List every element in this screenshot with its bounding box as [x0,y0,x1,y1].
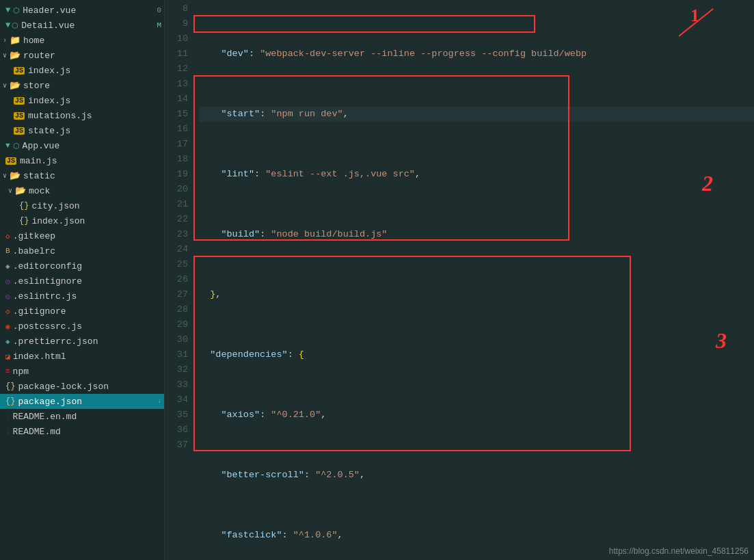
line-number: 31 [165,347,188,362]
sidebar-item-city-json[interactable]: {} city.json [0,198,164,213]
line-number: 8 [165,1,188,16]
line-number: 30 [165,332,188,347]
sidebar-item-readme[interactable]: ↓ README.md [0,424,164,439]
arrow-right-icon: › [3,37,7,44]
sidebar-item-package-lock[interactable]: {} package-lock.json [0,379,164,394]
code-line-10: "lint": "eslint --ext .js,.vue src", [199,167,754,182]
sidebar-item-gitkeep[interactable]: ◇ .gitkeep [0,228,164,243]
sidebar-item-app-vue[interactable]: ▼ ⬡ App.vue [0,138,164,153]
prettier-icon: ◈ [5,337,10,346]
postcss-icon: ◉ [5,322,10,331]
vue-icon: ▼ [5,142,10,150]
line-number: 25 [165,257,188,272]
sidebar-label: package.json [18,397,82,407]
sidebar-item-home[interactable]: › 📁 home [0,33,164,48]
sidebar-item-gitignore[interactable]: ◇ .gitignore [0,304,164,319]
sidebar-label: router [23,51,55,61]
json-icon: {} [5,382,15,391]
vue-icon: ▼ [5,21,10,30]
html-icon: ◪ [5,352,10,361]
arrow-down-icon: ∨ [3,81,7,90]
json-icon: {} [5,397,15,406]
code-line-8: "dev": "webpack-dev-server --inline --pr… [199,46,754,62]
line-number: 29 [165,317,188,332]
git-icon: ◇ [5,232,10,241]
sidebar-item-prettierrc[interactable]: ◈ .prettierrc.json [0,334,164,349]
sidebar-item-state[interactable]: JS state.js [0,123,164,138]
code-line-16: "fastclick": "^1.0.6", [199,528,754,543]
line-number: 34 [165,392,188,408]
line-number: 13 [165,77,188,92]
line-number: 24 [165,242,188,257]
js-icon: JS [5,157,16,165]
line-number: 21 [165,197,188,212]
git-tag-m: M [157,21,161,29]
line-number: 22 [165,212,188,227]
sidebar-item-postcssrc[interactable]: ◉ .postcssrc.js [0,319,164,334]
line-number: 26 [165,272,188,287]
sidebar-item-static[interactable]: ∨ 📂 static [0,168,164,183]
sidebar-label: .editorconfig [13,261,82,271]
sidebar-label: .gitkeep [13,231,55,241]
sidebar-label: store [23,81,50,91]
sidebar-label: .eslintignore [13,276,82,286]
line-number: 11 [165,46,188,62]
sidebar-label: .babelrc [13,246,55,256]
json-icon: {} [19,201,29,211]
line-number: 15 [165,107,188,122]
sidebar-item-eslintignore[interactable]: ◎ .eslintignore [0,274,164,289]
vue-file-icon: ⬡ [12,21,18,30]
editor-icon: ◈ [5,262,10,271]
line-number: 14 [165,92,188,107]
js-icon: JS [14,97,25,105]
sidebar-item-store[interactable]: ∨ 📂 store [0,78,164,93]
sidebar-item-package-json[interactable]: {} package.json ↓ [0,394,164,409]
sidebar-label: .postcssrc.js [13,321,82,332]
line-number: 16 [165,122,188,137]
line-number: 18 [165,152,188,167]
line-number: 9 [165,16,188,31]
code-line-11: "build": "node build/build.js" [199,227,754,242]
sidebar-label: index.js [28,66,70,76]
sidebar-item-index-json[interactable]: {} index.json [0,213,164,228]
sidebar-item-readme-en[interactable]: ↓ README.en.md [0,409,164,424]
sidebar-label: index.html [13,351,66,362]
sidebar-label: .prettierrc.json [13,336,98,347]
sidebar-item-editorconfig[interactable]: ◈ .editorconfig [0,258,164,274]
sidebar-item-eslintrc[interactable]: ◎ .eslintrc.js [0,289,164,304]
sidebar-item-mutations[interactable]: JS mutations.js [0,108,164,123]
sidebar-label: mock [29,186,50,196]
code-body[interactable]: "dev": "webpack-dev-server --inline --pr… [193,0,754,560]
sidebar-item-store-index[interactable]: JS index.js [0,93,164,108]
folder-open-icon: 📂 [10,50,21,61]
sidebar-item-router[interactable]: ∨ 📂 router [0,48,164,63]
sidebar-label: npm [13,366,29,377]
vue-file-icon: ⬡ [13,142,20,150]
sidebar-label: .eslintrc.js [13,291,77,302]
sidebar-label: city.json [31,201,79,211]
line-number: 33 [165,377,188,392]
sidebar-item-npm[interactable]: ≡ npm [0,364,164,379]
watermark: https://blog.csdn.net/weixin_45811256 [609,546,749,556]
code-line-15: "better-scroll": "^2.0.5", [199,468,754,483]
sidebar-label: Header.vue [23,5,76,16]
line-number: 12 [165,62,188,77]
line-number: 36 [165,423,188,438]
sidebar-item-header-vue[interactable]: ▼ ⬡ Header.vue 0 [0,3,164,18]
js-icon: JS [14,67,25,75]
sidebar-item-detail-vue[interactable]: ▼ ⬡ Detail.vue M [0,18,164,33]
vue-file-icon: ⬡ [13,6,20,15]
md-icon: ↓ [5,427,10,436]
sidebar-item-mock[interactable]: ∨ 📂 mock [0,183,164,198]
sidebar-item-router-index[interactable]: JS index.js [0,63,164,78]
code-line-14: "axios": "^0.21.0", [199,408,754,423]
line-number: 37 [165,438,188,453]
sidebar-item-babelrc[interactable]: Β .babelrc [0,243,164,258]
js-icon: JS [14,127,25,135]
line-number: 27 [165,287,188,302]
sidebar-item-main-js[interactable]: JS main.js [0,153,164,168]
arrow-down-icon: ∨ [3,172,7,180]
editor-panel: 8 9 10 11 12 13 14 15 16 17 18 19 20 21 … [165,0,754,560]
sidebar-item-index-html[interactable]: ◪ index.html [0,349,164,364]
code-line-13: "dependencies": { [199,347,754,362]
